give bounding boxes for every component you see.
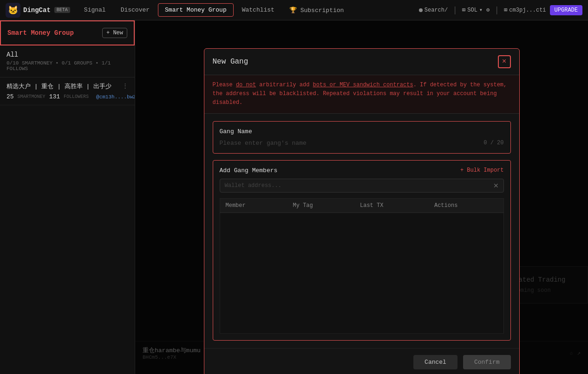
search-dot-icon xyxy=(419,8,423,12)
warning-arbitrarily: arbitrarily add xyxy=(259,82,309,88)
gang-name-label: Gang Name xyxy=(220,128,504,135)
table-empty-cell xyxy=(220,213,503,333)
table-header: Member My Tag Last TX Actions xyxy=(220,198,503,213)
new-group-button[interactable]: + New xyxy=(102,28,127,38)
app-name: DingCat xyxy=(23,6,51,14)
wallet-area[interactable]: ⊞ cm3pj...cti xyxy=(504,6,546,13)
table-body xyxy=(220,213,503,333)
gang-name-input-wrapper: 0 / 20 xyxy=(220,140,504,147)
logo-area: 🐱 DingCat BETA xyxy=(6,3,70,18)
group-followers-count: 131 xyxy=(49,93,60,100)
char-count: 0 / 20 xyxy=(483,140,503,146)
modal-title: New Gang xyxy=(213,58,248,66)
top-navigation: 🐱 DingCat BETA Signal Discover Smart Mon… xyxy=(0,0,588,20)
nav-signal[interactable]: Signal xyxy=(78,4,112,16)
group-smartmoney-count: 25 xyxy=(7,93,14,100)
warning-bots-text: bots or MEV sandwich contracts xyxy=(313,82,413,88)
sol-grid-icon: ⊞ xyxy=(462,6,465,13)
smartmoney-label: SMARTMONEY xyxy=(18,94,46,99)
wallet-address-input[interactable] xyxy=(225,182,493,189)
gear-icon: ⚙ xyxy=(486,6,490,13)
beta-badge: BETA xyxy=(54,7,70,13)
sidebar-group-item[interactable]: 精选大户 | 重仓 | 高胜率 | 出手少 ⋮ 25 SMARTMONEY 13… xyxy=(0,77,135,105)
wallet-input-row: ✕ xyxy=(220,179,504,193)
nav-watchlist[interactable]: Watchlist xyxy=(235,4,281,16)
sidebar: Smart Money Group + New All 0/10 SMARTMO… xyxy=(0,20,135,374)
warning-do-not: do not xyxy=(236,82,256,88)
main-layout: Smart Money Group + New All 0/10 SMARTMO… xyxy=(0,20,588,374)
sidebar-header: Smart Money Group + New xyxy=(0,20,135,45)
sidebar-all-section[interactable]: All 0/10 SMARTMONEY • 0/1 GROUPS • 1/1 F… xyxy=(0,45,135,77)
members-table: Member My Tag Last TX Actions xyxy=(220,198,504,334)
confirm-button[interactable]: Confirm xyxy=(463,355,511,369)
members-section: Add Gang Members + Bulk Import ✕ Member xyxy=(213,160,511,341)
modal-body: Gang Name 0 / 20 Add Gang Members + Bulk… xyxy=(204,114,519,348)
subscription-icon: 🏆 xyxy=(289,7,297,14)
sidebar-title: Smart Money Group xyxy=(7,29,74,37)
group-stats: 25 SMARTMONEY 131 FOLLOWERS @cm13h....bw… xyxy=(7,93,128,100)
col-actions: Actions xyxy=(429,198,503,213)
group-name: 精选大户 | 重仓 | 高胜率 | 出手少 xyxy=(7,82,111,90)
modal-warning: Please do not arbitrarily add bots or ME… xyxy=(204,75,519,114)
sol-chevron-icon: ▾ xyxy=(479,6,483,13)
col-last-tx: Last TX xyxy=(354,198,429,213)
members-header: Add Gang Members + Bulk Import xyxy=(220,167,504,174)
nav-divider-2: | xyxy=(494,6,499,15)
nav-subscription[interactable]: 🏆 Subscription xyxy=(283,4,350,17)
nav-right: Search/ | ⊞ SOL ▾ ⚙ | ⊞ cm3pj...cti UPGR… xyxy=(419,5,582,15)
wallet-grid-icon: ⊞ xyxy=(504,6,507,13)
sidebar-all-title: All xyxy=(7,51,128,58)
settings-btn[interactable]: ⚙ xyxy=(486,6,490,13)
modal-overlay: New Gang × Please do not arbitrarily add… xyxy=(135,20,588,374)
nav-divider-1: | xyxy=(452,6,457,15)
bulk-import-button[interactable]: + Bulk Import xyxy=(460,167,504,174)
logo-icon: 🐱 xyxy=(6,3,20,18)
group-address[interactable]: @cm13h....bwZ xyxy=(96,94,135,100)
upgrade-button[interactable]: UPGRADE xyxy=(550,5,582,15)
col-my-tag: My Tag xyxy=(287,198,354,213)
nav-discover[interactable]: Discover xyxy=(114,4,156,16)
modal-close-button[interactable]: × xyxy=(498,55,511,68)
modal-footer: Cancel Confirm xyxy=(204,348,519,374)
group-more-icon[interactable]: ⋮ xyxy=(122,82,128,90)
new-gang-modal: New Gang × Please do not arbitrarily add… xyxy=(204,48,520,374)
sol-selector[interactable]: ⊞ SOL ▾ xyxy=(462,6,483,13)
cancel-button[interactable]: Cancel xyxy=(413,355,457,369)
modal-header: New Gang × xyxy=(204,49,519,75)
col-member: Member xyxy=(220,198,287,213)
group-header-row: 精选大户 | 重仓 | 高胜率 | 出手少 ⋮ xyxy=(7,82,128,93)
search-area[interactable]: Search/ xyxy=(419,7,448,13)
nav-smart-money-group[interactable]: Smart Money Group xyxy=(158,3,234,17)
members-label: Add Gang Members xyxy=(220,167,278,174)
followers-label: FOLLOWERS xyxy=(64,94,89,99)
wallet-clear-button[interactable]: ✕ xyxy=(493,182,499,189)
content-area: Simulated Trading Coming soon 重仓harambe与… xyxy=(135,20,588,374)
gang-name-section: Gang Name 0 / 20 xyxy=(213,121,511,154)
sidebar-all-meta: 0/10 SMARTMONEY • 0/1 GROUPS • 1/1 FOLLO… xyxy=(7,60,128,71)
gang-name-input[interactable] xyxy=(220,140,484,147)
